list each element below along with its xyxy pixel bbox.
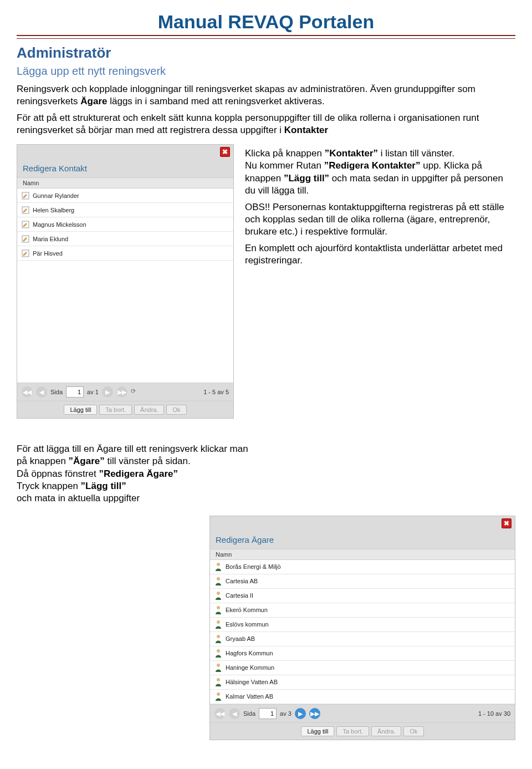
button-bar: Lägg till Ta bort. Ändra. Ok [210, 722, 515, 740]
add-button[interactable]: Lägg till [64, 405, 97, 415]
table-row[interactable]: Borås Energi & Miljö [210, 560, 515, 574]
remove-button: Ta bort. [99, 405, 132, 415]
table-row[interactable]: Gryaab AB [210, 632, 515, 646]
pager-range: 1 - 10 av 30 [478, 710, 510, 717]
text: i listan till vänster. [378, 148, 454, 159]
table-row[interactable]: Cartesia AB [210, 574, 515, 589]
next-page-icon: ▶ [102, 386, 113, 398]
svg-point-10 [217, 635, 220, 638]
title-divider [17, 35, 515, 39]
table-row[interactable]: Ekerö Kommun [210, 603, 515, 618]
contact-name: Magnus Mickelsson [33, 221, 86, 228]
owner-name: Eslövs kommun [226, 621, 269, 628]
person-icon [214, 678, 222, 686]
svg-point-7 [217, 592, 220, 595]
person-icon [214, 663, 222, 672]
column-header[interactable]: Namn [210, 549, 515, 560]
edit-icon [22, 235, 29, 243]
table-row[interactable]: Hälsinge Vatten AB [210, 675, 515, 690]
edit-button: Ändra. [134, 405, 164, 415]
owner-name: Hälsinge Vatten AB [226, 679, 278, 685]
owner-name: Haninge Kommun [226, 664, 274, 671]
table-row[interactable]: Haninge Kommun [210, 661, 515, 675]
contact-name: Gunnar Rylander [33, 192, 79, 199]
next-page-icon[interactable]: ▶ [295, 708, 306, 719]
text: läggs in i samband med att reningsverket… [107, 96, 324, 106]
edit-icon [22, 221, 29, 228]
page-number-input[interactable] [66, 386, 84, 398]
text: Tryck knappen [17, 481, 81, 491]
person-icon [214, 620, 222, 629]
intro-paragraph-1: Reningsverk och kopplade inloggningar ti… [17, 83, 515, 108]
text: Nu kommer Rutan [245, 160, 324, 171]
person-icon [214, 649, 222, 658]
section-title: Administratör [17, 44, 515, 62]
svg-point-11 [217, 649, 220, 653]
table-row[interactable]: Hagfors Kommun [210, 646, 515, 661]
person-icon [214, 577, 222, 585]
button-bar: Lägg till Ta bort. Ändra. Ok [17, 401, 233, 418]
first-page-icon: ◀◀ [22, 386, 33, 398]
side-paragraph-2: OBS!! Personernas kontaktuppgifterna reg… [245, 201, 515, 238]
pager-av-label: av 1 [87, 389, 99, 395]
svg-point-14 [217, 692, 220, 696]
text: Klicka på knappen [245, 148, 325, 159]
refresh-icon[interactable]: ⟳ [131, 388, 140, 396]
table-row[interactable]: Helen Skalberg [17, 203, 233, 217]
prev-page-icon: ◀ [36, 386, 47, 398]
contact-name: Maria Eklund [33, 236, 68, 242]
text: För att på ett strukturerat och enkelt s… [17, 113, 479, 135]
page-title: Manual REVAQ Portalen [17, 11, 515, 33]
person-icon [214, 562, 222, 571]
table-row[interactable]: Cartesia II [210, 589, 515, 603]
pager-side-label: Sida [50, 389, 63, 395]
sub-title: Lägga upp ett nytt reningsverk [17, 65, 515, 78]
svg-point-6 [217, 577, 220, 580]
first-page-icon: ◀◀ [214, 708, 226, 719]
pager: ◀◀ ◀ Sida av 1 ▶ ▶▶ ⟳ 1 - 5 av 5 [17, 383, 233, 401]
remove-button: Ta bort. [336, 726, 369, 736]
text-bold: Ägare [80, 96, 107, 106]
ok-button: Ok [166, 405, 186, 415]
side-paragraph-3: En komplett och ajourförd kontaktlista u… [245, 242, 515, 267]
text-bold: Kontakter [284, 125, 328, 135]
owner-name: Gryaab AB [226, 635, 255, 642]
text-bold: ”Ägare” [69, 456, 105, 466]
panel-title: Redigera Ägare [210, 531, 515, 549]
table-row[interactable]: Magnus Mickelsson [17, 217, 233, 232]
table-row[interactable]: Gunnar Rylander [17, 189, 233, 203]
side-paragraph-1: Klicka på knappen ”Kontakter” i listan t… [245, 147, 515, 196]
kontakt-panel: ✖ Redigera Kontakt Namn Gunnar RylanderH… [17, 144, 234, 419]
edit-button: Ändra. [371, 726, 401, 736]
svg-point-5 [217, 563, 220, 566]
edit-icon [22, 249, 29, 257]
agare-panel: ✖ Redigera Ägare Namn Borås Energi & Mil… [209, 516, 515, 740]
person-icon [214, 591, 222, 600]
text-bold: ”Lägg till” [284, 173, 329, 184]
owner-name: Cartesia AB [226, 578, 258, 584]
page-number-input[interactable] [259, 708, 277, 719]
panel-title: Redigera Kontakt [17, 159, 233, 177]
text-bold: ”Redigera Ägare” [99, 468, 178, 479]
table-row[interactable]: Pär Hisved [17, 246, 233, 261]
person-icon [214, 605, 222, 614]
intro-paragraph-2: För att på ett strukturerat och enkelt s… [17, 112, 515, 136]
contact-name: Pär Hisved [33, 250, 63, 257]
pager: ◀◀ ◀ Sida av 3 ▶ ▶▶ 1 - 10 av 30 [210, 704, 515, 722]
kontakt-rows: Gunnar RylanderHelen SkalbergMagnus Mick… [17, 189, 233, 261]
add-button[interactable]: Lägg till [301, 726, 334, 736]
column-header[interactable]: Namn [17, 177, 233, 189]
last-page-icon[interactable]: ▶▶ [309, 708, 320, 719]
prev-page-icon: ◀ [229, 708, 240, 719]
text: till vänster på sidan. [105, 456, 191, 466]
person-icon [214, 692, 222, 701]
close-icon[interactable]: ✖ [502, 518, 511, 528]
table-row[interactable]: Maria Eklund [17, 232, 233, 246]
table-row[interactable]: Eslövs kommun [210, 618, 515, 632]
last-page-icon: ▶▶ [116, 386, 127, 398]
close-icon[interactable]: ✖ [220, 147, 230, 157]
table-row[interactable]: Kalmar Vatten AB [210, 690, 515, 704]
pager-range: 1 - 5 av 5 [203, 389, 229, 395]
owner-name: Borås Energi & Miljö [226, 563, 281, 570]
owner-name: Hagfors Kommun [226, 650, 273, 656]
